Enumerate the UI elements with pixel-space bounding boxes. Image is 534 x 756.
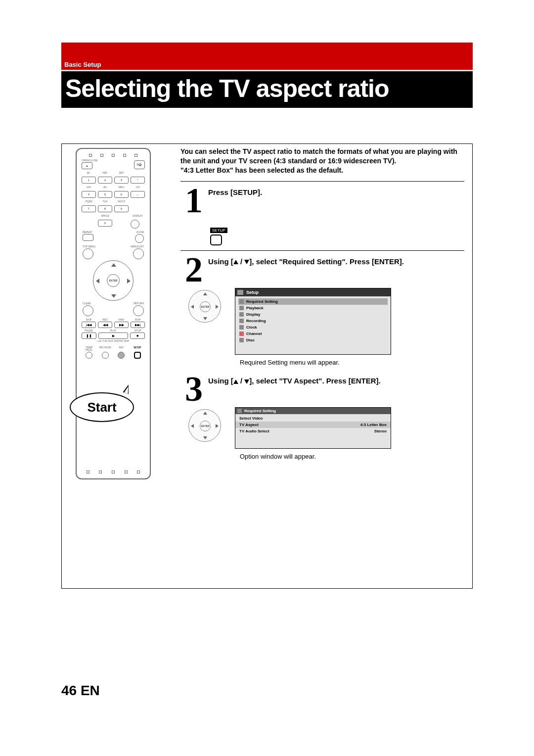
start-callout: Start	[70, 392, 134, 422]
intro-text: You can select the TV aspect ratio to ma…	[180, 147, 464, 179]
dpad: ENTER	[93, 260, 134, 301]
step-3-caption: Option window will appear.	[240, 453, 464, 460]
repeat-button	[83, 234, 93, 241]
divider	[180, 250, 464, 251]
rec-mode-button	[102, 352, 109, 359]
down-arrow-icon	[244, 379, 249, 384]
remote-column: OPEN/CLOSE ▲ I/⏻ @/: ABC DEF 1 2 3 ⌃ GHI…	[76, 148, 170, 479]
manual-page: Basic Setup Selecting the TV aspect rati…	[0, 0, 534, 756]
setup-button-highlight	[134, 352, 141, 359]
power-button: I/⏻	[134, 160, 145, 169]
osd-item-recording: Recording	[238, 318, 388, 324]
mini-dpad-icon: ENTER	[188, 290, 221, 323]
step-2-text: Using [ / ], select "Required Setting". …	[208, 255, 404, 267]
ch-up: ⌃	[131, 177, 145, 184]
zoom-button	[135, 234, 144, 243]
pause-button: ❚❚	[82, 332, 96, 339]
key-5: 5	[98, 191, 112, 198]
page-number: 46 EN	[61, 683, 100, 699]
osd-row-select-video: Select Video	[235, 415, 391, 422]
key-8: 8	[98, 205, 112, 212]
ch-down: ⌄	[131, 191, 145, 198]
key-9: 9	[114, 205, 129, 212]
setup-menu-osd: Setup Required Setting Playback Display …	[235, 288, 391, 355]
osd-item-playback: Playback	[238, 305, 388, 311]
key-2: 2	[98, 177, 112, 184]
step-2: 2 Using [ / ], select "Required Setting"…	[180, 255, 464, 285]
wrench-icon	[237, 290, 243, 295]
osd-item-required-setting: Required Setting	[238, 298, 388, 305]
step-2-number: 2	[180, 255, 207, 285]
step-3-illustration: ENTER Required Setting Select Video TV A…	[188, 407, 464, 449]
osd-item-disc: Disc	[238, 337, 388, 343]
divider	[180, 181, 464, 182]
clear-label: CLEAR	[83, 302, 91, 305]
dpad-right-icon	[127, 279, 131, 284]
content-frame: OPEN/CLOSE ▲ I/⏻ @/: ABC DEF 1 2 3 ⌃ GHI…	[61, 143, 473, 589]
speed-label: 1.3x / 0.8x PLAY INSTANT SKIP	[80, 340, 147, 343]
setup-icon	[210, 235, 222, 245]
step-3: 3 Using [ / ], select "TV Aspect". Press…	[180, 374, 464, 404]
setup-icon-label: SETUP	[210, 228, 227, 233]
osd-row-tv-aspect: TV Aspect4:3 Letter Box	[235, 422, 391, 428]
clear-button	[83, 305, 93, 316]
required-setting-osd: Required Setting Select Video TV Aspect4…	[235, 407, 391, 449]
rec-button	[118, 352, 125, 359]
zoom-label: ZOOM	[135, 231, 144, 234]
osd-item-channel: Channel	[238, 331, 388, 337]
display-button	[131, 220, 139, 229]
eject-button: ▲	[82, 162, 92, 169]
osd-row-tv-audio: TV Audio SelectStereo	[235, 428, 391, 434]
dpad-left-icon	[96, 279, 99, 284]
key-0: 0	[98, 220, 112, 227]
open-close-label: OPEN/CLOSE	[82, 159, 98, 162]
remote-control-illustration: OPEN/CLOSE ▲ I/⏻ @/: ABC DEF 1 2 3 ⌃ GHI…	[76, 148, 151, 479]
step-1-number: 1	[180, 186, 207, 216]
return-label: RETURN	[134, 302, 144, 305]
numeric-keypad: @/: ABC DEF 1 2 3 ⌃ GHI JKL MNO CH 4 5 6…	[80, 170, 147, 230]
play-button: ▶	[98, 332, 128, 339]
step-2-illustration: ENTER Setup Required Setting Playback Di…	[188, 288, 464, 355]
step-2-caption: Required Setting menu will appear.	[240, 359, 464, 366]
enter-icon: ENTER	[200, 421, 211, 431]
step-3-number: 3	[180, 374, 207, 404]
enter-icon: ENTER	[200, 301, 211, 312]
osd-item-clock: Clock	[238, 324, 388, 331]
skip-back-button: |◀◀	[82, 322, 96, 328]
stop-button: ■	[130, 332, 145, 339]
down-arrow-icon	[244, 260, 249, 264]
rev-button: ◀◀	[98, 322, 112, 328]
up-arrow-icon	[233, 260, 238, 264]
key-1: 1	[82, 177, 96, 184]
menu-list-button	[133, 248, 144, 259]
osd2-header: Required Setting	[235, 408, 391, 414]
osd-header: Setup	[235, 288, 391, 296]
repeat-label: REPEAT	[83, 231, 93, 234]
section-label: Basic Setup	[64, 61, 101, 68]
step-3-text: Using [ / ], select "TV Aspect". Press […	[208, 374, 381, 386]
return-button	[133, 305, 144, 316]
steps-column: You can select the TV aspect ratio to ma…	[180, 147, 464, 462]
page-title: Selecting the TV aspect ratio	[65, 74, 469, 103]
osd-item-display: Display	[238, 311, 388, 318]
key-3: 3	[114, 177, 129, 184]
key-6: 6	[114, 191, 129, 198]
header-red-bar	[61, 43, 473, 70]
enter-button: ENTER	[107, 274, 120, 287]
top-menu-label: TOP MENU	[83, 245, 95, 248]
step-1: 1 Press [SETUP].	[180, 186, 464, 216]
step-1-text: Press [SETUP].	[208, 186, 262, 197]
fwd-button: ▶▶	[114, 322, 129, 328]
skip-fwd-button: ▶▶|	[131, 322, 145, 328]
title-bar: Selecting the TV aspect ratio	[61, 71, 473, 108]
setup-button-illustration: SETUP	[210, 225, 464, 245]
up-arrow-icon	[233, 379, 238, 384]
key-4: 4	[82, 191, 96, 198]
key-7: 7	[82, 205, 96, 212]
mini-dpad-icon: ENTER	[188, 409, 221, 442]
top-menu-button	[83, 248, 93, 259]
timer-prog-button	[86, 352, 92, 359]
dpad-up-icon	[111, 263, 116, 267]
menu-list-label: MENU/LIST	[131, 245, 144, 248]
dpad-down-icon	[111, 294, 116, 298]
